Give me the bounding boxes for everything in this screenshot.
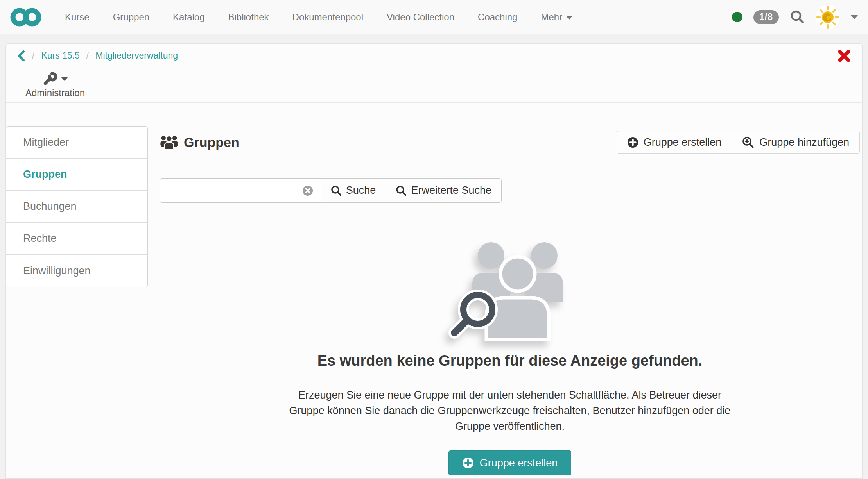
nav-item-bibliothek[interactable]: Bibliothek xyxy=(228,12,269,23)
sidebar-item-gruppen[interactable]: Gruppen xyxy=(6,159,147,191)
nav-item-gruppen[interactable]: Gruppen xyxy=(113,12,149,23)
plus-circle-icon xyxy=(627,137,638,148)
group-search-bar: Suche Erweiterte Suche xyxy=(160,178,502,203)
nav-item-video-collection[interactable]: Video Collection xyxy=(387,12,454,23)
user-avatar[interactable] xyxy=(816,5,840,29)
nav-item-coaching[interactable]: Coaching xyxy=(478,12,517,23)
group-actions: Gruppe erstellen Gruppe hinzufügen xyxy=(617,131,860,154)
notification-counter-badge[interactable]: 1/8 xyxy=(753,10,779,24)
chevron-down-icon xyxy=(61,77,68,81)
administration-label: Administration xyxy=(25,88,85,98)
search-plus-icon xyxy=(742,136,754,148)
mehr-label: Mehr xyxy=(541,12,562,22)
empty-state-description: Erzeugen Sie eine neue Gruppe mit der un… xyxy=(282,387,738,434)
search-button-label: Suche xyxy=(346,184,376,197)
breadcrumb: / Kurs 15.5 / Mitgliederverwaltung xyxy=(6,44,862,68)
page-title: Gruppen xyxy=(160,135,239,150)
search-icon xyxy=(331,185,342,196)
top-navbar: Kurse Gruppen Katalog Bibliothek Dokumen… xyxy=(0,0,868,34)
search-button[interactable]: Suche xyxy=(321,179,386,202)
no-groups-found-icon xyxy=(447,236,572,341)
create-group-primary-label: Gruppe erstellen xyxy=(480,457,558,469)
search-input[interactable] xyxy=(160,179,321,202)
nav-item-katalog[interactable]: Katalog xyxy=(173,12,204,23)
add-group-button[interactable]: Gruppe hinzufügen xyxy=(732,131,860,154)
nav-item-mehr[interactable]: Mehr xyxy=(541,12,572,23)
sidebar-item-rechte[interactable]: Rechte xyxy=(6,223,147,255)
course-tool-card: / Kurs 15.5 / Mitgliederverwaltung Admin… xyxy=(5,43,863,479)
advanced-search-button[interactable]: Erweiterte Suche xyxy=(386,179,501,202)
content-area: Mitglieder Gruppen Buchungen Rechte Einw… xyxy=(6,103,862,475)
breadcrumb-back-icon[interactable] xyxy=(17,50,25,62)
close-icon[interactable] xyxy=(837,49,851,63)
add-group-label: Gruppe hinzufügen xyxy=(759,136,849,148)
navbar-right-cluster: 1/8 xyxy=(732,5,858,29)
infinity-logo-icon xyxy=(8,6,45,28)
page-title-label: Gruppen xyxy=(184,135,239,150)
main-menu: Kurse Gruppen Katalog Bibliothek Dokumen… xyxy=(65,12,572,23)
sidebar-item-mitglieder[interactable]: Mitglieder xyxy=(6,127,147,159)
sidebar-item-buchungen[interactable]: Buchungen xyxy=(6,191,147,223)
user-menu-chevron-icon[interactable] xyxy=(851,15,858,19)
clear-search-icon[interactable] xyxy=(302,185,314,197)
empty-state: Es wurden keine Gruppen für diese Anzeig… xyxy=(160,236,860,475)
administration-menu[interactable]: Administration xyxy=(25,72,85,98)
users-icon xyxy=(160,135,178,150)
empty-state-headline: Es wurden keine Gruppen für diese Anzeig… xyxy=(160,352,860,369)
search-icon xyxy=(396,185,407,196)
create-group-label: Gruppe erstellen xyxy=(644,136,722,148)
chevron-down-icon xyxy=(566,16,572,20)
online-status-indicator xyxy=(732,12,742,22)
wrench-icon xyxy=(42,72,57,86)
plus-circle-icon xyxy=(462,457,474,469)
openolat-logo[interactable] xyxy=(8,6,45,28)
member-management-sidebar: Mitglieder Gruppen Buchungen Rechte Einw… xyxy=(6,126,148,287)
search-icon[interactable] xyxy=(790,10,805,25)
main-panel: Gruppen Gruppe erstellen xyxy=(160,103,860,475)
create-group-button[interactable]: Gruppe erstellen xyxy=(617,131,732,154)
sidebar-item-einwilligungen[interactable]: Einwilligungen xyxy=(6,255,147,287)
sun-avatar-icon xyxy=(816,5,840,29)
breadcrumb-separator: / xyxy=(86,50,89,61)
toolbar: Administration xyxy=(6,68,862,103)
nav-item-kurse[interactable]: Kurse xyxy=(65,12,90,23)
breadcrumb-course-link[interactable]: Kurs 15.5 xyxy=(41,50,79,61)
breadcrumb-current-link[interactable]: Mitgliederverwaltung xyxy=(95,50,178,61)
create-group-primary-button[interactable]: Gruppe erstellen xyxy=(448,450,572,475)
breadcrumb-separator: / xyxy=(32,50,34,61)
advanced-search-button-label: Erweiterte Suche xyxy=(411,184,491,197)
nav-item-dokumentenpool[interactable]: Dokumentenpool xyxy=(292,12,363,23)
